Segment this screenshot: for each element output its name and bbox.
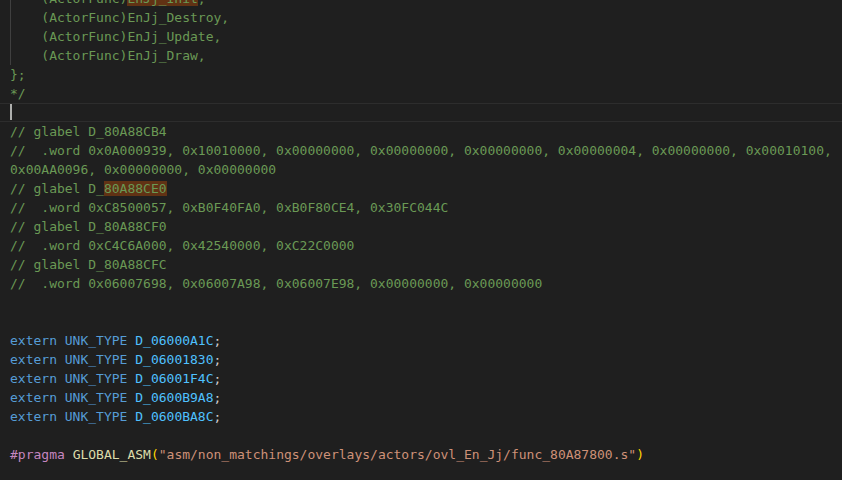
code-line: [0, 464, 842, 480]
code-token: 0x00AA0096, 0x00000000, 0x00000000: [10, 162, 276, 177]
code-line: (ActorFunc)EnJj_Draw,: [0, 46, 842, 65]
code-token: D_0600B9A8: [135, 390, 213, 405]
code-token: D_06001830: [135, 352, 213, 367]
code-line: // glabel D_80A88CB4: [0, 122, 842, 141]
code-token: #pragma: [10, 447, 73, 462]
code-token: ;: [214, 390, 222, 405]
code-line: // .word 0x06007698, 0x06007A98, 0x06007…: [0, 274, 842, 293]
code-token: extern: [10, 333, 65, 348]
code-line: (ActorFunc)EnJj_Update,: [0, 27, 842, 46]
code-token: */: [10, 86, 26, 101]
code-token: ;: [214, 352, 222, 367]
code-token: D_0600BA8C: [135, 409, 213, 424]
code-token: // .word 0x0A000939, 0x10010000, 0x00000…: [10, 143, 832, 158]
code-editor[interactable]: (ActorFunc)EnJj_Init, (ActorFunc)EnJj_De…: [0, 0, 842, 480]
code-line: };: [0, 65, 842, 84]
code-line: */: [0, 84, 842, 103]
code-line: (ActorFunc)EnJj_Init,: [0, 0, 842, 8]
code-token: (ActorFunc)EnJj_Update,: [10, 29, 221, 44]
code-line: extern UNK_TYPE D_06001F4C;: [0, 369, 842, 388]
code-line: extern UNK_TYPE D_06000A1C;: [0, 331, 842, 350]
code-token: // glabel D_80A88CB4: [10, 124, 167, 139]
match-highlight: EnJj_Init: [127, 0, 197, 6]
code-token: ;: [214, 409, 222, 424]
text-cursor: [10, 104, 12, 120]
code-line: extern UNK_TYPE D_06001830;: [0, 350, 842, 369]
code-token: // .word 0xC8500057, 0xB0F40FA0, 0xB0F80…: [10, 200, 448, 215]
code-token: extern: [10, 371, 65, 386]
code-token: // glabel D_80A88CFC: [10, 257, 167, 272]
code-line: // .word 0xC8500057, 0xB0F40FA0, 0xB0F80…: [0, 198, 842, 217]
code-token: (: [151, 447, 159, 462]
code-token: "asm/non_matchings/overlays/actors/ovl_E…: [159, 447, 636, 462]
code-line: // glabel D_80A88CE0: [0, 179, 842, 198]
current-code-line: [0, 103, 842, 122]
code-token: UNK_TYPE: [65, 333, 135, 348]
match-highlight: 80A88CE0: [104, 181, 167, 196]
code-token: D_06000A1C: [135, 333, 213, 348]
code-token: ,: [198, 0, 206, 6]
code-line: extern UNK_TYPE D_0600B9A8;: [0, 388, 842, 407]
code-token: UNK_TYPE: [65, 390, 135, 405]
code-line: // glabel D_80A88CFC: [0, 255, 842, 274]
code-token: // .word 0x06007698, 0x06007A98, 0x06007…: [10, 276, 542, 291]
code-token: ): [636, 447, 644, 462]
code-token: extern: [10, 352, 65, 367]
code-token: ;: [214, 371, 222, 386]
code-line: extern UNK_TYPE D_0600BA8C;: [0, 407, 842, 426]
code-token: extern: [10, 409, 65, 424]
code-token: (ActorFunc)EnJj_Destroy,: [10, 10, 229, 25]
code-line: // glabel D_80A88CF0: [0, 217, 842, 236]
code-token: ;: [214, 333, 222, 348]
code-token: // .word 0xC4C6A000, 0x42540000, 0xC22C0…: [10, 238, 354, 253]
code-token: UNK_TYPE: [65, 409, 135, 424]
code-line: #pragma GLOBAL_ASM("asm/non_matchings/ov…: [0, 445, 842, 464]
code-token: (ActorFunc): [10, 0, 127, 6]
code-token: };: [10, 67, 26, 82]
code-lines: (ActorFunc)EnJj_Init, (ActorFunc)EnJj_De…: [0, 0, 842, 480]
code-token: (ActorFunc)EnJj_Draw,: [10, 48, 206, 63]
code-line: // .word 0xC4C6A000, 0x42540000, 0xC22C0…: [0, 236, 842, 255]
code-line: [0, 293, 842, 312]
code-line: (ActorFunc)EnJj_Destroy,: [0, 8, 842, 27]
code-token: UNK_TYPE: [65, 352, 135, 367]
code-token: UNK_TYPE: [65, 371, 135, 386]
code-line: // .word 0x0A000939, 0x10010000, 0x00000…: [0, 141, 842, 160]
code-token: extern: [10, 390, 65, 405]
code-line: [0, 426, 842, 445]
code-line: [0, 312, 842, 331]
code-token: D_06001F4C: [135, 371, 213, 386]
code-line: 0x00AA0096, 0x00000000, 0x00000000: [0, 160, 842, 179]
code-token: // glabel D_80A88CF0: [10, 219, 167, 234]
code-token: // glabel D_: [10, 181, 104, 196]
code-token: GLOBAL_ASM: [73, 447, 151, 462]
